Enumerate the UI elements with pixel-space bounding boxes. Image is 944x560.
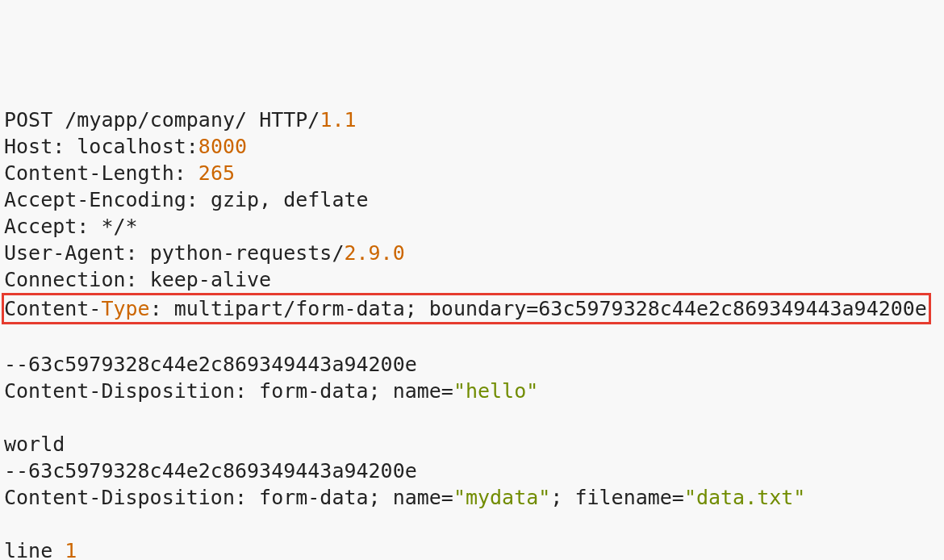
user-agent-prefix: python-requests/ <box>150 241 345 265</box>
http-version: 1.1 <box>320 108 356 132</box>
header-accept-encoding: Accept-Encoding: gzip, deflate <box>4 186 940 213</box>
blank-line <box>4 404 940 431</box>
content-length-key: Content-Length: <box>4 161 198 185</box>
host-port: 8000 <box>198 135 247 158</box>
path: /myapp/company/ <box>65 108 247 132</box>
connection-value: keep-alive <box>150 268 272 291</box>
part1-value: world <box>4 431 940 458</box>
content-type-word: Type <box>101 297 149 320</box>
host-prefix: localhost: <box>77 135 198 158</box>
cd2-filename: "data.txt" <box>684 486 806 509</box>
blank-line <box>4 324 940 351</box>
host-key: Host: <box>4 135 77 158</box>
content-disposition-2: Content-Disposition: form-data; name="my… <box>4 484 940 511</box>
cd2-middle: ; filename= <box>550 486 684 509</box>
http-label: HTTP/ <box>259 108 320 132</box>
user-agent-version: 2.9.0 <box>344 241 404 265</box>
accept-key: Accept: <box>4 215 101 238</box>
header-content-type-highlighted: Content-Type: multipart/form-data; bound… <box>4 293 940 324</box>
header-user-agent: User-Agent: python-requests/2.9.0 <box>4 240 940 266</box>
file-line-1: line 1 <box>4 537 940 560</box>
request-line: POST /myapp/company/ HTTP/1.1 <box>4 107 940 133</box>
content-type-prefix: Content- <box>4 297 101 320</box>
cd1-prefix: Content-Disposition: form-data; name= <box>4 379 453 403</box>
header-content-length: Content-Length: 265 <box>4 160 940 186</box>
accept-encoding-value: gzip, deflate <box>211 188 369 211</box>
header-accept: Accept: */* <box>4 213 940 240</box>
highlight-box: Content-Type: multipart/form-data; bound… <box>2 293 931 324</box>
blank-line <box>4 511 940 537</box>
accept-encoding-key: Accept-Encoding: <box>4 188 211 211</box>
connection-key: Connection: <box>4 268 150 291</box>
boundary-1: --63c5979328c44e2c869349443a94200e <box>4 351 940 378</box>
accept-value: */* <box>101 215 137 238</box>
user-agent-key: User-Agent: <box>4 241 150 265</box>
cd2-prefix: Content-Disposition: form-data; name= <box>4 486 453 509</box>
header-host: Host: localhost:8000 <box>4 133 940 160</box>
content-length-value: 265 <box>198 161 235 185</box>
boundary-2: --63c5979328c44e2c869349443a94200e <box>4 458 940 484</box>
content-type-suffix: : multipart/form-data; boundary=63c59793… <box>150 297 927 320</box>
line-number: 1 <box>65 539 77 560</box>
http-request-block: POST /myapp/company/ HTTP/1.1Host: local… <box>4 107 940 560</box>
header-connection: Connection: keep-alive <box>4 266 940 293</box>
cd2-name: "mydata" <box>453 486 550 509</box>
cd1-name: "hello" <box>453 379 538 403</box>
line-prefix: line <box>4 539 65 560</box>
content-disposition-1: Content-Disposition: form-data; name="he… <box>4 378 940 404</box>
method: POST <box>4 108 52 132</box>
